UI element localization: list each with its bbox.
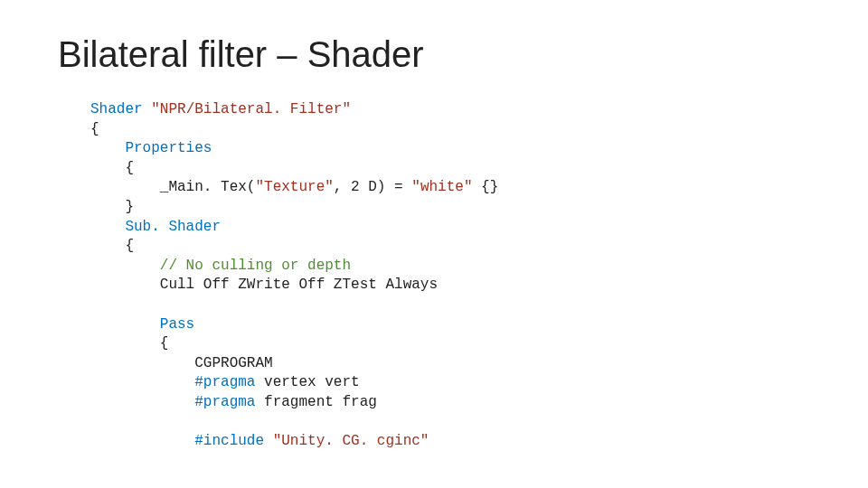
pad: [90, 277, 160, 293]
shader-code: Shader "NPR/Bilateral. Filter" { Propert…: [0, 75, 868, 452]
pad: [90, 374, 194, 390]
pad: [90, 219, 125, 235]
pad: [90, 433, 194, 449]
kw-properties: Properties: [125, 140, 212, 156]
brace: {: [90, 160, 134, 176]
kw-pragma-vert: #pragma: [194, 374, 255, 390]
pad: [90, 394, 194, 410]
pad: [90, 179, 160, 195]
kw-shader: Shader: [90, 101, 143, 117]
pad: [90, 140, 125, 156]
brace: {: [90, 238, 134, 254]
pad: [90, 355, 194, 371]
kw-include: #include: [194, 433, 264, 449]
kw-pragma-frag: #pragma: [194, 394, 255, 410]
pad: [90, 316, 160, 333]
cgprogram: CGPROGRAM: [194, 355, 272, 371]
cull-line: Cull Off ZWrite Off ZTest Always: [160, 277, 438, 293]
comment-culling: // No culling or depth: [160, 258, 351, 274]
maintex-a: _Main. Tex(: [160, 179, 256, 195]
brace: {: [90, 335, 168, 352]
str-shader-name: "NPR/Bilateral. Filter": [151, 101, 351, 117]
brace: }: [90, 199, 134, 215]
pragma-vert-b: vertex vert: [255, 374, 359, 390]
brace: {: [90, 121, 99, 137]
kw-pass: Pass: [160, 316, 194, 333]
slide-title: Bilateral filter – Shader: [0, 0, 868, 75]
pad: [90, 258, 160, 274]
sp: [264, 433, 273, 449]
str-white: "white": [411, 179, 472, 195]
str-texture: "Texture": [255, 179, 333, 195]
kw-subshader: Sub. Shader: [125, 219, 221, 235]
sp: [143, 101, 152, 117]
pragma-frag-b: fragment frag: [255, 394, 376, 410]
str-include-path: "Unity. CG. cginc": [273, 433, 429, 449]
maintex-b: , 2 D) =: [334, 179, 411, 195]
maintex-c: {}: [473, 179, 499, 195]
